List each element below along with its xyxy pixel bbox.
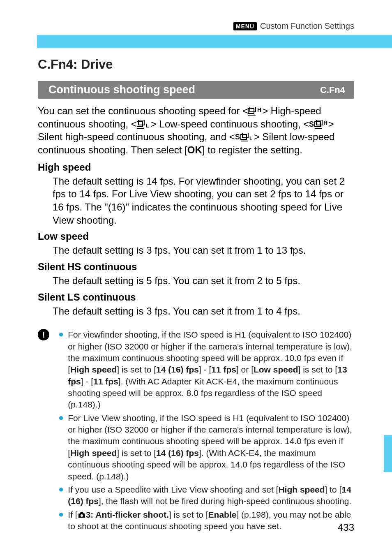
- svg-text:L: L: [249, 136, 252, 141]
- svg-text:S: S: [235, 133, 240, 141]
- note-item: ● For viewfinder shooting, if the ISO sp…: [58, 329, 354, 410]
- camera-icon: [78, 512, 86, 518]
- intro-text: > Low-speed continuous shooting, <: [151, 118, 309, 130]
- t: 11 fps: [93, 377, 118, 386]
- t: 14 (16) fps: [156, 365, 199, 374]
- page-header: MENU Custom Function Settings: [0, 0, 392, 31]
- bullet-icon: ●: [58, 412, 64, 423]
- note-item: ● If you use a Speedlite with Live View …: [58, 484, 354, 507]
- notes-box: ! ● For viewfinder shooting, if the ISO …: [38, 327, 354, 532]
- header-title: Custom Function Settings: [260, 21, 354, 31]
- svg-rect-5: [138, 120, 144, 125]
- t: High speed: [70, 365, 117, 374]
- ok-label: OK: [187, 144, 202, 155]
- t: ] is set to [: [117, 365, 156, 374]
- burst-low-icon: L: [137, 120, 151, 129]
- page-content: C.Fn4: Drive Continuous shooting speed C…: [0, 48, 392, 532]
- t: 11 fps: [211, 365, 236, 374]
- t: High speed: [278, 485, 325, 494]
- svg-rect-1: [250, 107, 256, 112]
- silent-burst-low-icon: SL: [235, 133, 254, 142]
- svg-rect-4: [137, 122, 143, 127]
- svg-text:H: H: [257, 107, 261, 113]
- silent-ls-body: The default setting is 3 fps. You can se…: [53, 305, 354, 318]
- subsection-title: Continuous shooting speed: [48, 83, 195, 96]
- svg-rect-10: [316, 120, 322, 125]
- note-text: If you use a Speedlite with Live View sh…: [68, 484, 354, 507]
- note-text: For viewfinder shooting, if the ISO spee…: [68, 329, 354, 410]
- svg-rect-14: [241, 134, 247, 139]
- subsection-code: C.Fn4: [320, 85, 345, 95]
- low-speed-heading: Low speed: [38, 231, 354, 242]
- silent-ls-heading: Silent LS continuous: [38, 292, 354, 303]
- svg-point-18: [81, 514, 83, 517]
- t: 3: Anti-flicker shoot.: [86, 510, 169, 519]
- t: Enable: [208, 510, 237, 519]
- menu-badge: MENU: [233, 22, 257, 30]
- section-title: C.Fn4: Drive: [38, 57, 354, 72]
- t: ] or [: [236, 365, 254, 374]
- svg-text:S: S: [309, 120, 314, 128]
- silent-burst-high-icon: SH: [309, 120, 328, 129]
- t: ], the flash will not be fired during hi…: [99, 496, 351, 506]
- bullet-icon: ●: [58, 484, 64, 495]
- note-item: ● If [3: Anti-flicker shoot.] is set to …: [58, 509, 354, 532]
- section-side-tab: [384, 435, 392, 472]
- warning-icon: !: [38, 329, 49, 340]
- bullet-icon: ●: [58, 329, 64, 340]
- silent-hs-body: The default setting is 5 fps. You can se…: [53, 274, 354, 287]
- subsection-bar: Continuous shooting speed C.Fn4: [38, 81, 354, 99]
- t: ] - [: [199, 365, 211, 374]
- note-text: For Live View shooting, if the ISO speed…: [68, 412, 354, 482]
- t: ] is set to [: [117, 448, 156, 458]
- t: 14 (16) fps: [156, 448, 199, 458]
- svg-rect-9: [315, 122, 321, 127]
- high-speed-body: The default setting is 14 fps. For viewf…: [53, 175, 354, 227]
- burst-high-icon: H: [248, 107, 262, 116]
- page-number: 433: [338, 522, 354, 533]
- low-speed-body: The default setting is 3 fps. You can se…: [53, 244, 354, 257]
- t: ] to [: [325, 485, 342, 494]
- intro-text: ] to register the setting.: [202, 144, 302, 155]
- high-speed-heading: High speed: [38, 162, 354, 173]
- note-text: If [3: Anti-flicker shoot.] is set to [E…: [68, 509, 354, 532]
- note-item: ● For Live View shooting, if the ISO spe…: [58, 412, 354, 482]
- silent-hs-heading: Silent HS continuous: [38, 261, 354, 273]
- t: ] - [: [81, 377, 93, 386]
- t: ] is set to [: [298, 365, 338, 374]
- t: If [: [68, 510, 77, 519]
- svg-text:H: H: [323, 120, 327, 126]
- intro-paragraph: You can set the continuous shooting spee…: [38, 104, 354, 157]
- t: High speed: [70, 448, 117, 458]
- svg-rect-0: [248, 109, 254, 113]
- svg-text:L: L: [146, 123, 149, 129]
- t: Low speed: [254, 365, 298, 374]
- bullet-icon: ●: [58, 509, 64, 520]
- t: ] is set to [: [169, 510, 208, 519]
- header-accent-bar: [37, 35, 392, 48]
- intro-text: You can set the continuous shooting spee…: [38, 105, 248, 116]
- t: If you use a Speedlite with Live View sh…: [68, 485, 278, 494]
- svg-rect-15: [242, 133, 248, 138]
